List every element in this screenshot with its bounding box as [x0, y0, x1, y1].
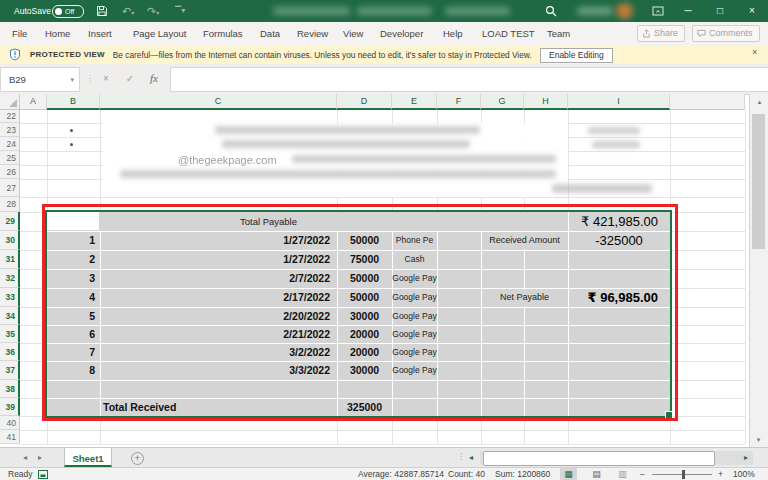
new-sheet-button[interactable]: +	[131, 452, 144, 465]
column-header-partial[interactable]	[670, 94, 745, 110]
name-box[interactable]: B29 ▾	[0, 67, 80, 92]
formula-bar-splitter[interactable]: ⋮	[82, 67, 98, 90]
search-icon[interactable]	[545, 5, 557, 17]
cell-amount-8[interactable]: 30000	[337, 361, 392, 380]
close-button[interactable]: ×	[742, 0, 762, 22]
zoom-slider-thumb[interactable]	[682, 470, 685, 479]
ribbon-display-options-icon[interactable]	[652, 6, 664, 16]
vertical-scrollbar-thumb[interactable]	[752, 114, 765, 249]
page-break-view-button[interactable]: ▥	[614, 468, 631, 480]
ribbon-tab-formulas[interactable]: Formulas	[203, 22, 243, 45]
cell-sn-2[interactable]: 2	[47, 250, 95, 269]
sheet-tab-sheet1[interactable]: Sheet1	[64, 448, 112, 467]
ribbon-tab-view[interactable]: View	[343, 22, 363, 45]
undo-icon[interactable]: ↶▾	[122, 0, 134, 24]
ribbon-tab-page-layout[interactable]: Page Layout	[133, 22, 186, 45]
ribbon-tab-review[interactable]: Review	[297, 22, 328, 45]
status-sum[interactable]: Sum: 1200860	[495, 468, 550, 480]
row-header-29[interactable]: 29	[0, 212, 20, 231]
row-header-31[interactable]: 31	[0, 250, 20, 269]
column-header-I[interactable]: I	[568, 94, 670, 110]
cell-amount-2[interactable]: 75000	[337, 250, 392, 269]
cell-received-amount-value[interactable]: -325000	[568, 231, 670, 250]
share-button[interactable]: Share	[637, 25, 685, 42]
cell-sn-5[interactable]: 5	[47, 307, 95, 325]
row-header-35[interactable]: 35	[0, 325, 20, 343]
cell-sn-6[interactable]: 6	[47, 325, 95, 343]
cell-total-received-value[interactable]: 325000	[337, 398, 392, 416]
zoom-out-button[interactable]: −	[640, 468, 645, 480]
cell-amount-3[interactable]: 50000	[337, 269, 392, 288]
active-cell-B29[interactable]	[47, 212, 99, 230]
row-header-30[interactable]: 30	[0, 231, 20, 250]
select-all-corner[interactable]	[0, 94, 20, 110]
cell-sn-4[interactable]: 4	[47, 288, 95, 307]
cell-method-4[interactable]: Google Pay	[390, 288, 439, 307]
normal-view-button[interactable]: ▦	[560, 468, 577, 480]
sheet-nav-left-icon[interactable]: ◂	[23, 453, 27, 462]
name-box-dropdown-icon[interactable]: ▾	[70, 68, 74, 91]
cell-sn-8[interactable]: 8	[47, 361, 95, 380]
ribbon-tab-home[interactable]: Home	[45, 22, 70, 45]
row-header-25[interactable]: 25	[0, 151, 20, 165]
status-count[interactable]: Count: 40	[448, 468, 485, 480]
cancel-entry-icon[interactable]: ×	[98, 67, 114, 90]
insert-function-icon[interactable]: fx	[146, 67, 162, 90]
autosave-toggle[interactable]: Off	[52, 5, 84, 18]
sheet-nav-right-icon[interactable]: ▸	[38, 453, 42, 462]
column-header-A[interactable]: A	[20, 94, 47, 110]
cell-date-7[interactable]: 3/2/2022	[100, 343, 330, 361]
tab-splitter-handle[interactable]: ⋮	[457, 452, 466, 461]
zoom-in-button[interactable]: +	[718, 468, 723, 480]
cell-total-payable-label[interactable]: Total Payable	[100, 212, 437, 231]
ribbon-tab-data[interactable]: Data	[260, 22, 280, 45]
ribbon-tab-help[interactable]: Help	[443, 22, 463, 45]
column-header-B[interactable]: B	[47, 94, 100, 110]
formula-input[interactable]	[170, 67, 768, 92]
cell-date-5[interactable]: 2/20/2022	[100, 307, 330, 325]
row-header-32[interactable]: 32	[0, 269, 20, 288]
cell-amount-4[interactable]: 50000	[337, 288, 392, 307]
column-header-D[interactable]: D	[337, 94, 392, 110]
row-header-37[interactable]: 37	[0, 361, 20, 380]
cell-amount-7[interactable]: 20000	[337, 343, 392, 361]
cell-total-payable-value[interactable]: ₹ 421,985.00	[568, 212, 658, 231]
cell-sn-7[interactable]: 7	[47, 343, 95, 361]
row-header-33[interactable]: 33	[0, 288, 20, 307]
hscroll-right-icon[interactable]: ▸	[744, 453, 748, 462]
cell-method-2[interactable]: Cash	[390, 250, 439, 269]
cell-date-3[interactable]: 2/7/2022	[100, 269, 330, 288]
avatar[interactable]	[616, 3, 633, 19]
row-header-38[interactable]: 38	[0, 380, 20, 398]
cell-method-6[interactable]: Google Pay	[390, 325, 439, 343]
ribbon-tab-file[interactable]: File	[12, 22, 27, 45]
cell-sn-1[interactable]: 1	[47, 231, 95, 250]
row-header-41[interactable]: 41	[0, 430, 20, 444]
cell-method-5[interactable]: Google Pay	[390, 307, 439, 325]
row-header-23[interactable]: 23	[0, 123, 20, 137]
save-icon[interactable]	[96, 5, 108, 17]
page-layout-view-button[interactable]: ▤	[588, 468, 605, 480]
protected-view-close-icon[interactable]: ×	[752, 47, 757, 57]
column-header-C[interactable]: C	[100, 94, 337, 110]
hscroll-left-icon[interactable]: ◂	[469, 453, 473, 462]
cell-total-received-label[interactable]: Total Received	[103, 398, 176, 416]
row-header-34[interactable]: 34	[0, 307, 20, 325]
comments-button[interactable]: Comments	[692, 25, 760, 42]
enable-editing-button[interactable]: Enable Editing	[540, 48, 613, 63]
restore-button[interactable]: □	[710, 0, 730, 22]
cell-date-4[interactable]: 2/17/2022	[100, 288, 330, 307]
cell-date-1[interactable]: 1/27/2022	[100, 231, 330, 250]
row-header-28[interactable]: 28	[0, 197, 20, 212]
scroll-down-icon[interactable]: ▾	[749, 436, 768, 444]
cell-method-7[interactable]: Google Pay	[390, 343, 439, 361]
row-header-22[interactable]: 22	[0, 110, 20, 123]
minimize-button[interactable]: ─	[678, 0, 698, 22]
row-header-39[interactable]: 39	[0, 398, 20, 416]
confirm-entry-icon[interactable]: ✓	[122, 67, 138, 90]
customize-quick-access-icon[interactable]: ▔▾	[175, 0, 185, 22]
column-header-F[interactable]: F	[437, 94, 481, 110]
ribbon-tab-load-test[interactable]: LOAD TEST	[482, 22, 535, 45]
cell-net-payable-value[interactable]: ₹ 96,985.00	[568, 288, 658, 307]
cell-received-amount-label[interactable]: Received Amount	[482, 232, 567, 249]
